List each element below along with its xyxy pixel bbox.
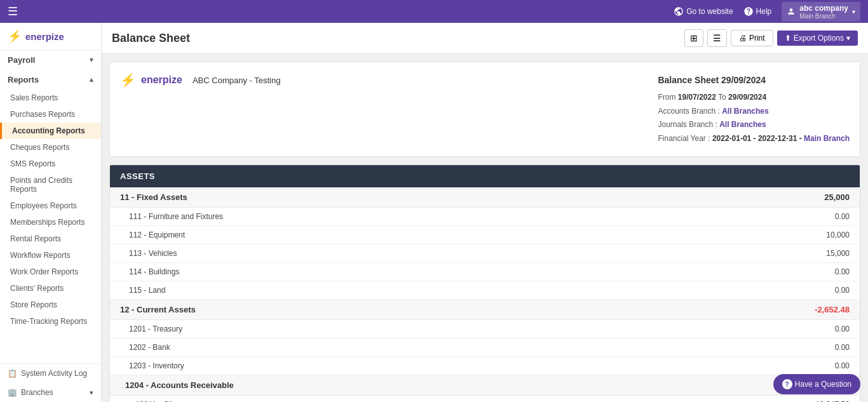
sidebar-item-rental-reports[interactable]: Rental Reports <box>0 231 101 247</box>
fixed-assets-group[interactable]: 11 - Fixed Assets 25,000 <box>110 187 860 208</box>
current-assets-group[interactable]: 12 - Current Assets -2,652.48 <box>110 300 860 320</box>
enerpize-logo-text: enerpize <box>25 31 64 42</box>
report-logo: ⚡ enerpize ABC Company - Testing <box>120 72 280 88</box>
assets-header: ASSETS <box>110 165 860 187</box>
fixed-assets-value: 25,000 <box>824 192 850 202</box>
current-assets-label: 12 - Current Assets <box>120 305 196 314</box>
have-question-button[interactable]: ? Have a Question <box>773 374 860 394</box>
reports-chevron-icon: ▴ <box>90 76 93 84</box>
export-options-button[interactable]: ⬆ Export Options ▾ <box>777 30 858 46</box>
report-logo-icon: ⚡ <box>120 72 136 88</box>
branches-chevron-icon: ▾ <box>90 389 93 397</box>
report-company-name: ABC Company - Testing <box>193 76 281 85</box>
accounts-receivable-group[interactable]: 1204 - Accounts Receivable 12,347.52 <box>110 375 860 396</box>
table-row[interactable]: 115 - Land 0.00 <box>110 281 860 300</box>
sidebar-item-clients-reports[interactable]: Clients' Reports <box>0 280 101 297</box>
system-activity-icon: 📋 <box>8 369 17 378</box>
table-row[interactable]: 1202 - Bank 0.00 <box>110 338 860 357</box>
topbar-left: ☰ <box>8 4 23 18</box>
table-row[interactable]: 114 - Buildings 0.00 <box>110 263 860 281</box>
sidebar-reports[interactable]: Reports ▴ <box>0 70 101 90</box>
help-label: Help <box>756 7 772 16</box>
report-content: ⚡ enerpize ABC Company - Testing Balance… <box>102 54 868 402</box>
sidebar-item-time-tracking-reports[interactable]: Time-Tracking Reports <box>0 313 101 330</box>
help-button[interactable]: Help <box>743 6 772 17</box>
topbar-right: Go to website Help abc company Main Bran… <box>674 2 860 22</box>
export-icon: ⬆ <box>785 34 791 43</box>
report-accounts-branch: Accounts Branch : All Branches <box>658 105 850 119</box>
company-name: abc company <box>799 4 848 13</box>
report-date-range: From 19/07/2022 To 29/09/2024 <box>658 91 850 105</box>
table-row[interactable]: 12041 - Clients 12,347.52 <box>110 396 860 402</box>
payroll-chevron-icon: ▾ <box>90 56 93 64</box>
sidebar-item-sms-reports[interactable]: SMS Reports <box>0 156 101 172</box>
sidebar-item-employees-reports[interactable]: Employees Reports <box>0 198 101 214</box>
sidebar-bottom: 📋 System Activity Log 🏢 Branches ▾ <box>0 363 101 402</box>
page-title: Balance Sheet <box>112 32 190 45</box>
reports-label: Reports <box>8 75 39 84</box>
report-journals-branch: Journals Branch : All Branches <box>658 118 850 132</box>
table-row[interactable]: 113 - Vehicles 15,000 <box>110 245 860 263</box>
enerpize-logo-icon: ⚡ <box>8 29 22 43</box>
current-assets-value: -2,652.48 <box>815 305 850 314</box>
report-header-card: ⚡ enerpize ABC Company - Testing Balance… <box>109 62 860 157</box>
company-selector[interactable]: abc company Main Branch ▾ <box>782 2 860 22</box>
report-info: Balance Sheet 29/09/2024 From 19/07/2022… <box>658 72 850 146</box>
content-actions: ⊞ ☰ 🖨 Print ⬆ Export Options ▾ <box>684 29 858 47</box>
sidebar-item-work-order-reports[interactable]: Work Order Reports <box>0 264 101 280</box>
table-row[interactable]: 111 - Furniture and Fixtures 0.00 <box>110 208 860 226</box>
topbar: ☰ Go to website Help abc company Main Br… <box>0 0 868 23</box>
report-brand: enerpize <box>141 74 182 86</box>
export-chevron-icon: ▾ <box>846 34 850 43</box>
go-to-website-button[interactable]: Go to website <box>674 6 733 17</box>
branches-icon: 🏢 <box>8 388 17 397</box>
sidebar-logo: ⚡ enerpize <box>0 23 101 50</box>
sidebar-payroll[interactable]: Payroll ▾ <box>0 50 101 70</box>
sidebar-item-store-reports[interactable]: Store Reports <box>0 297 101 313</box>
content-header: Balance Sheet ⊞ ☰ 🖨 Print ⬆ Export Optio… <box>102 23 868 54</box>
fixed-assets-label: 11 - Fixed Assets <box>120 192 187 202</box>
sidebar-item-workflow-reports[interactable]: Workflow Reports <box>0 247 101 264</box>
grid-view-button[interactable]: ⊞ <box>684 29 703 47</box>
question-icon: ? <box>782 379 792 389</box>
report-sheet-title: Balance Sheet 29/09/2024 <box>658 72 850 88</box>
sidebar-item-cheques-reports[interactable]: Cheques Reports <box>0 139 101 156</box>
accounts-receivable-label: 1204 - Accounts Receivable <box>125 380 234 390</box>
hamburger-icon[interactable]: ☰ <box>8 4 18 18</box>
sidebar-item-purchases-reports[interactable]: Purchases Reports <box>0 106 101 123</box>
main-layout: ⚡ enerpize Payroll ▾ Reports ▴ Sales Rep… <box>0 23 868 402</box>
sidebar: ⚡ enerpize Payroll ▾ Reports ▴ Sales Rep… <box>0 23 102 402</box>
sidebar-item-accounting-reports[interactable]: Accounting Reports <box>0 123 101 139</box>
sidebar-item-system-activity-log[interactable]: 📋 System Activity Log <box>0 364 101 383</box>
print-button[interactable]: 🖨 Print <box>731 30 773 46</box>
table-row[interactable]: 112 - Equipment 10,000 <box>110 226 860 245</box>
table-row[interactable]: 1203 - Inventory 0.00 <box>110 357 860 375</box>
go-to-website-label: Go to website <box>686 7 733 16</box>
table-row[interactable]: 1201 - Treasury 0.00 <box>110 320 860 338</box>
sidebar-item-sales-reports[interactable]: Sales Reports <box>0 90 101 106</box>
payroll-label: Payroll <box>8 55 35 65</box>
company-branch: Main Branch <box>799 13 848 20</box>
company-chevron-icon: ▾ <box>852 8 855 15</box>
list-view-button[interactable]: ☰ <box>707 29 727 47</box>
sidebar-item-branches[interactable]: 🏢 Branches ▾ <box>0 383 101 402</box>
report-financial-year: Financial Year : 2022-01-01 - 2022-12-31… <box>658 132 850 146</box>
assets-table: ASSETS 11 - Fixed Assets 25,000 111 - Fu… <box>109 164 860 402</box>
printer-icon: 🖨 <box>739 34 747 43</box>
sidebar-item-memberships-reports[interactable]: Memberships Reports <box>0 214 101 231</box>
content-area: Balance Sheet ⊞ ☰ 🖨 Print ⬆ Export Optio… <box>102 23 868 402</box>
sidebar-item-points-credits[interactable]: Points and Credits Reports <box>0 172 101 198</box>
